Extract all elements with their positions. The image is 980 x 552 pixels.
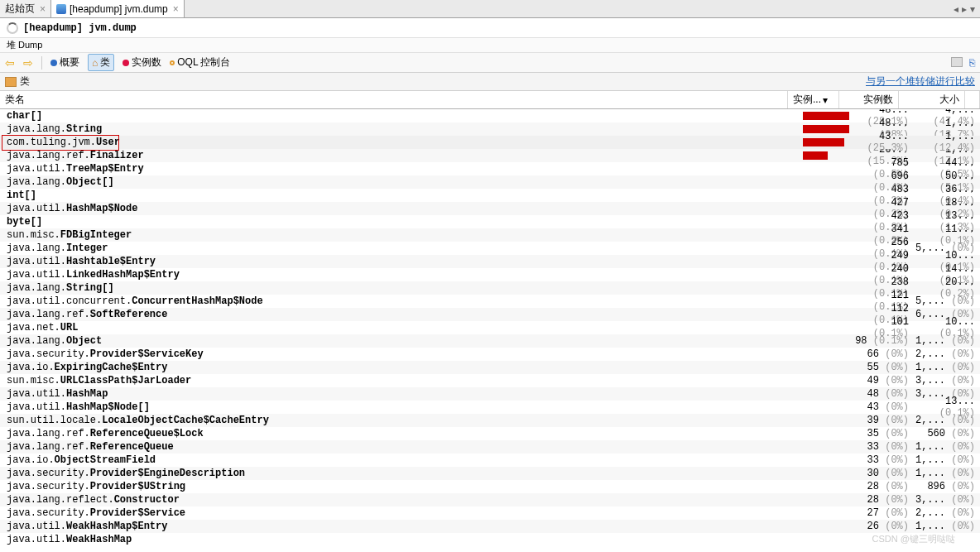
table-row[interactable]: java.util.HashMap$Node[]43 (0%)13... (0.… bbox=[0, 401, 980, 414]
cell-classname: java.lang.ref.Finalizer bbox=[0, 150, 803, 161]
subtitle: 堆 Dump bbox=[7, 39, 42, 51]
info-icon bbox=[50, 60, 57, 66]
instances-label: 实例数 bbox=[132, 55, 161, 70]
cell-classname: sun.util.locale.LocaleObjectCache$CacheE… bbox=[0, 415, 803, 426]
column-instances[interactable]: 实例数 bbox=[839, 91, 899, 108]
cell-classname: com.tuling.jvm.User bbox=[0, 137, 803, 148]
table-row[interactable]: java.security.Provider$EngineDescription… bbox=[0, 467, 980, 480]
tab-prev-icon[interactable]: ◂ bbox=[954, 3, 958, 15]
table-row[interactable]: sun.misc.FDBigInteger341 (0.2%)11... (0.… bbox=[0, 228, 980, 242]
cell-instances: 26 (0%) bbox=[854, 521, 914, 532]
cell-classname: java.util.WeakHashMap$Entry bbox=[0, 521, 803, 532]
overview-button[interactable]: 概要 bbox=[50, 55, 79, 70]
cell-classname: java.util.HashMap$Node bbox=[0, 203, 803, 214]
table-row[interactable]: java.lang.Object[]696 (0.4%)50... (5.1%) bbox=[0, 175, 980, 189]
table-row[interactable]: java.util.WeakHashMap bbox=[0, 533, 980, 546]
cell-classname: java.security.Provider$ServiceKey bbox=[0, 348, 803, 360]
table-row[interactable]: java.lang.String48... (28%)1,... (13.7%) bbox=[0, 122, 980, 136]
table-row[interactable]: sun.util.locale.LocaleObjectCache$CacheE… bbox=[0, 414, 980, 427]
table-row[interactable]: java.util.Hashtable$Entry249 (0.1%)10...… bbox=[0, 255, 980, 268]
classes-label: 类 bbox=[100, 55, 110, 70]
table-row[interactable]: java.lang.Integer256 (0.1%)5,... (0%) bbox=[0, 242, 980, 255]
table-row[interactable]: java.io.ObjectStreamField33 (0%)1,... (0… bbox=[0, 454, 980, 467]
compare-link[interactable]: 与另一个堆转储进行比较 bbox=[866, 74, 975, 89]
column-classname[interactable]: 类名 bbox=[0, 91, 788, 108]
oql-label: OQL 控制台 bbox=[177, 55, 230, 70]
forward-button[interactable]: ⇨ bbox=[23, 56, 33, 70]
cell-bar bbox=[803, 125, 854, 133]
table-row[interactable]: java.io.ExpiringCache$Entry55 (0%)1,... … bbox=[0, 361, 980, 374]
cell-classname: char[] bbox=[0, 110, 803, 122]
table-row[interactable]: java.security.Provider$Service27 (0%)2,.… bbox=[0, 506, 980, 520]
table-row[interactable]: java.util.WeakHashMap$Entry26 (0%)1,... … bbox=[0, 520, 980, 533]
table-row[interactable]: char[]48... (28.1%)4,... (47.4%) bbox=[0, 109, 980, 122]
back-button[interactable]: ⇦ bbox=[5, 56, 15, 70]
classes-button[interactable]: ⌂ 类 bbox=[88, 54, 114, 71]
table-row[interactable]: java.util.LinkedHashMap$Entry240 (0.1%)1… bbox=[0, 268, 980, 281]
table-row[interactable]: sun.misc.URLClassPath$JarLoader49 (0%)3,… bbox=[0, 374, 980, 387]
cell-classname: java.lang.Integer bbox=[0, 242, 803, 254]
cell-bar bbox=[803, 151, 854, 160]
table-row[interactable]: java.net.URL101 (0.1%)10... (0.1%) bbox=[0, 321, 980, 334]
table-row[interactable]: java.lang.reflect.Constructor28 (0%)3,..… bbox=[0, 493, 980, 506]
table-row[interactable]: java.util.HashMap48 (0%)3,... (0%) bbox=[0, 387, 980, 401]
cell-instances: 33 (0%) bbox=[854, 454, 914, 466]
cell-classname: byte[] bbox=[0, 216, 803, 228]
column-bar[interactable]: 实例... ▾ bbox=[788, 91, 839, 108]
cell-classname: java.lang.ref.ReferenceQueue bbox=[0, 441, 803, 453]
classes-section-icon bbox=[5, 77, 17, 87]
table-row[interactable]: java.lang.String[]238 (0.1%)20... (0.2%) bbox=[0, 281, 980, 295]
tab-heapdump[interactable]: [heapdump] jvm.dump × bbox=[51, 0, 185, 17]
section-header: 类 与另一个堆转储进行比较 bbox=[0, 73, 980, 91]
cell-instances: 30 (0%) bbox=[854, 468, 914, 479]
table-row[interactable]: java.lang.ref.ReferenceQueue$Lock35 (0%)… bbox=[0, 427, 980, 440]
close-icon[interactable]: × bbox=[40, 3, 46, 15]
cell-classname: java.util.WeakHashMap bbox=[0, 534, 803, 545]
tab-start-page[interactable]: 起始页 × bbox=[0, 0, 51, 17]
cell-instances: 43 (0%) bbox=[854, 401, 914, 413]
table-row[interactable]: com.tuling.jvm.User43... (25.3%)1,... (1… bbox=[0, 136, 980, 149]
cell-classname: java.lang.Object[] bbox=[0, 176, 803, 188]
table-header: 类名 实例... ▾ 实例数 大小 bbox=[0, 91, 980, 109]
close-icon[interactable]: × bbox=[173, 3, 179, 15]
tab-label: [heapdump] jvm.dump bbox=[70, 3, 168, 15]
instances-button[interactable]: 实例数 bbox=[122, 55, 161, 70]
oql-button[interactable]: OQL 控制台 bbox=[170, 55, 230, 70]
cell-classname: java.security.Provider$Service bbox=[0, 507, 803, 519]
cell-classname: int[] bbox=[0, 190, 803, 201]
cell-instances: 49 (0%) bbox=[854, 375, 914, 386]
table-row[interactable]: java.lang.Object98 (0.1%)1,... (0%) bbox=[0, 334, 980, 348]
table-row[interactable]: java.security.Provider$ServiceKey66 (0%)… bbox=[0, 348, 980, 361]
cell-instances: 43... (25.3%) bbox=[854, 131, 914, 154]
table-row[interactable]: int[]483 (0.3%)36... (0.4%) bbox=[0, 189, 980, 202]
tab-next-icon[interactable]: ▸ bbox=[962, 3, 967, 15]
cell-size: 2,... (0%) bbox=[914, 415, 980, 426]
page-title: [heapdump] jvm.dump bbox=[23, 22, 137, 34]
table-row[interactable]: java.util.concurrent.ConcurrentHashMap$N… bbox=[0, 295, 980, 308]
cell-classname: java.lang.String[] bbox=[0, 282, 803, 294]
table-row[interactable]: java.lang.ref.SoftReference112 (0.1%)6,.… bbox=[0, 308, 980, 321]
table-row[interactable]: java.security.Provider$UString28 (0%)896… bbox=[0, 480, 980, 493]
table-row[interactable]: byte[]423 (0.2%)13... (1.3%) bbox=[0, 215, 980, 228]
separator bbox=[41, 56, 42, 70]
screenshot-icon[interactable] bbox=[951, 57, 963, 67]
cell-size: 1,... (0%) bbox=[914, 362, 980, 373]
cell-classname: java.lang.ref.ReferenceQueue$Lock bbox=[0, 428, 803, 439]
table-row[interactable]: java.util.HashMap$Node427 (0.2%)18... (0… bbox=[0, 202, 980, 215]
tab-menu-icon[interactable]: ▾ bbox=[970, 3, 975, 15]
table-row[interactable]: java.lang.ref.Finalizer26... (15.2%)1,..… bbox=[0, 149, 980, 162]
loading-spinner-icon bbox=[7, 22, 18, 34]
export-icon[interactable]: ⎘ bbox=[969, 57, 975, 69]
cell-classname: sun.misc.FDBigInteger bbox=[0, 229, 803, 241]
cell-instances: 28 (0%) bbox=[854, 494, 914, 506]
cell-instances: 28 (0%) bbox=[854, 481, 914, 492]
table-row[interactable]: java.lang.ref.ReferenceQueue33 (0%)1,...… bbox=[0, 440, 980, 454]
cell-size: 3,... (0%) bbox=[914, 375, 980, 386]
cell-classname: java.net.URL bbox=[0, 322, 803, 334]
column-size[interactable]: 大小 bbox=[899, 91, 965, 108]
table-body[interactable]: char[]48... (28.1%)4,... (47.4%)java.lan… bbox=[0, 109, 980, 552]
table-row[interactable]: java.util.TreeMap$Entry785 (0.5%)44... (… bbox=[0, 162, 980, 175]
cell-instances: 66 (0%) bbox=[854, 348, 914, 360]
cell-instances: 35 (0%) bbox=[854, 428, 914, 439]
cell-classname: java.lang.ref.SoftReference bbox=[0, 309, 803, 320]
